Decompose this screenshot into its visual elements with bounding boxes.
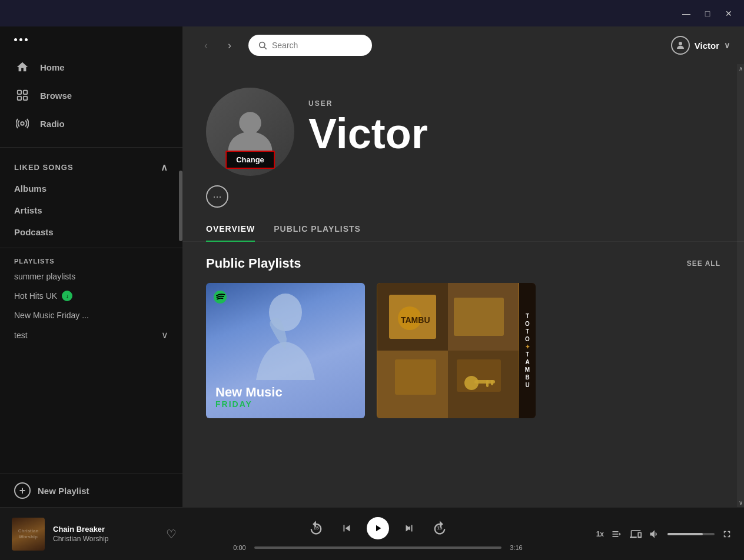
card-person-figure xyxy=(206,283,365,395)
tambu-main-cell: TAMBU xyxy=(377,283,519,418)
app-container: Home Browse xyxy=(0,26,744,507)
scroll-up-icon[interactable]: ∧ xyxy=(739,65,743,72)
download-badge xyxy=(62,291,72,301)
time-current: 0:00 xyxy=(231,544,248,551)
sidebar-item-hot-hits-uk[interactable]: Hot Hits UK xyxy=(0,286,182,306)
svg-text:TAMBU: TAMBU xyxy=(401,315,430,325)
track-name: Chain Breaker xyxy=(53,525,158,534)
right-scrollbar[interactable]: ∧ ∨ xyxy=(737,64,744,507)
sidebar-item-home[interactable]: Home xyxy=(0,53,182,81)
minimize-button[interactable]: — xyxy=(676,3,697,24)
svg-point-5 xyxy=(260,42,265,48)
volume-fill xyxy=(667,533,703,535)
playlist-card-toto-tambu[interactable]: TAMBU T O T O ✦ T A xyxy=(377,283,536,418)
track-thumbnail: Christian Worship xyxy=(12,518,45,551)
tambu-letter-t3: T xyxy=(526,351,529,358)
tambu-letter-t2: T xyxy=(526,328,529,335)
track-artist: Christian Worship xyxy=(53,535,158,543)
content-area: Public Playlists SEE ALL xyxy=(182,242,744,507)
tambu-letter-o1: O xyxy=(525,321,530,328)
svg-rect-22 xyxy=(486,380,489,387)
library-collapse-icon[interactable]: ∧ xyxy=(161,162,168,173)
player-controls: 15 15 xyxy=(177,517,579,551)
volume-icon[interactable] xyxy=(649,528,660,540)
search-input[interactable] xyxy=(272,41,363,50)
fullscreen-button[interactable] xyxy=(722,529,732,539)
playlist-cards: New Music FRIDAY xyxy=(206,283,720,418)
prev-button[interactable] xyxy=(338,520,355,536)
sidebar-item-test[interactable]: test ∨ xyxy=(0,325,182,345)
sidebar-item-new-music-friday[interactable]: New Music Friday ... xyxy=(0,306,182,325)
sidebar-item-summer-playlists[interactable]: summer playlists xyxy=(0,267,182,286)
profile-avatar-wrapper: Change xyxy=(206,88,294,176)
sidebar-item-artists[interactable]: Artists xyxy=(0,199,182,221)
tabs-container: OVERVIEW PUBLIC PLAYLISTS xyxy=(182,217,744,242)
forward-15-button[interactable]: 15 xyxy=(429,518,450,539)
forward-button[interactable]: › xyxy=(220,36,239,55)
track-details: Chain Breaker Christian Worship xyxy=(53,525,158,543)
svg-rect-17 xyxy=(395,359,436,395)
search-bar[interactable] xyxy=(248,35,372,56)
play-button[interactable] xyxy=(367,517,389,539)
tambu-letter-o2: O xyxy=(525,336,530,343)
like-button[interactable]: ♡ xyxy=(166,527,177,541)
progress-bar-container: 0:00 3:16 xyxy=(231,544,525,551)
svg-rect-3 xyxy=(24,96,27,100)
menu-dots-button[interactable] xyxy=(14,38,28,41)
svg-rect-19 xyxy=(457,359,501,392)
tab-public-playlists[interactable]: PUBLIC PLAYLISTS xyxy=(274,217,361,242)
forward-label: 15 xyxy=(437,525,443,531)
browse-icon xyxy=(14,87,31,104)
svg-rect-18 xyxy=(454,298,504,336)
next-button[interactable] xyxy=(401,520,417,536)
speed-button[interactable]: 1x xyxy=(596,530,604,538)
devices-button[interactable] xyxy=(630,528,642,540)
rewind-15-button[interactable]: 15 xyxy=(305,518,327,539)
playlist-card-new-music-friday[interactable]: New Music FRIDAY xyxy=(206,283,365,418)
user-area[interactable]: Victor ∨ xyxy=(671,36,730,55)
sidebar-item-radio[interactable]: Radio xyxy=(0,109,182,138)
more-options-button[interactable]: ··· xyxy=(206,185,228,208)
maximize-button[interactable]: □ xyxy=(697,3,718,24)
profile-user-label: USER xyxy=(308,99,428,108)
svg-line-6 xyxy=(264,47,267,49)
profile-section: Change USER Victor xyxy=(182,64,744,176)
section-header: Public Playlists SEE ALL xyxy=(206,256,720,271)
plus-icon: + xyxy=(14,482,31,499)
close-button[interactable]: ✕ xyxy=(718,3,739,24)
queue-button[interactable] xyxy=(611,528,623,540)
scroll-down-icon[interactable]: ∨ xyxy=(739,499,743,506)
progress-track[interactable] xyxy=(254,546,501,549)
back-button[interactable]: ‹ xyxy=(197,36,215,55)
nav-arrows: ‹ › xyxy=(197,36,239,55)
tambu-separator: ✦ xyxy=(525,344,530,351)
rewind-label: 15 xyxy=(314,525,319,531)
sidebar-item-podcasts[interactable]: Podcasts xyxy=(0,221,182,243)
sidebar-divider xyxy=(0,147,182,148)
profile-info: USER Victor xyxy=(308,99,428,176)
card-main-title: New Music xyxy=(215,385,283,399)
nav-items: Home Browse xyxy=(0,48,182,142)
user-avatar-icon xyxy=(671,36,690,55)
new-playlist-button[interactable]: + New Playlist xyxy=(0,474,182,507)
sidebar-header xyxy=(0,26,182,48)
sidebar-item-browse[interactable]: Browse xyxy=(0,81,182,109)
svg-rect-1 xyxy=(24,91,27,94)
tambu-title-bar: T O T O ✦ T A M B U xyxy=(519,283,536,418)
sidebar-item-albums[interactable]: Albums xyxy=(0,178,182,199)
tab-overview[interactable]: OVERVIEW xyxy=(206,217,255,242)
player-track-info: Christian Worship Chain Breaker Christia… xyxy=(12,518,177,551)
svg-rect-2 xyxy=(18,96,21,100)
bottom-player: Christian Worship Chain Breaker Christia… xyxy=(0,507,744,560)
change-photo-button[interactable]: Change xyxy=(225,151,275,169)
home-icon xyxy=(14,59,31,75)
see-all-button[interactable]: SEE ALL xyxy=(687,259,720,268)
time-total: 3:16 xyxy=(507,544,525,551)
tambu-letter-m: M xyxy=(525,366,530,374)
library-header: Liked Songs ∧ xyxy=(0,157,182,178)
track-thumb-inner: Christian Worship xyxy=(12,518,45,551)
volume-slider[interactable] xyxy=(667,533,715,535)
main-content: ‹ › Victor ∨ xyxy=(182,26,744,507)
tambu-letter-t: T xyxy=(526,313,529,320)
profile-name: Victor xyxy=(308,112,428,155)
